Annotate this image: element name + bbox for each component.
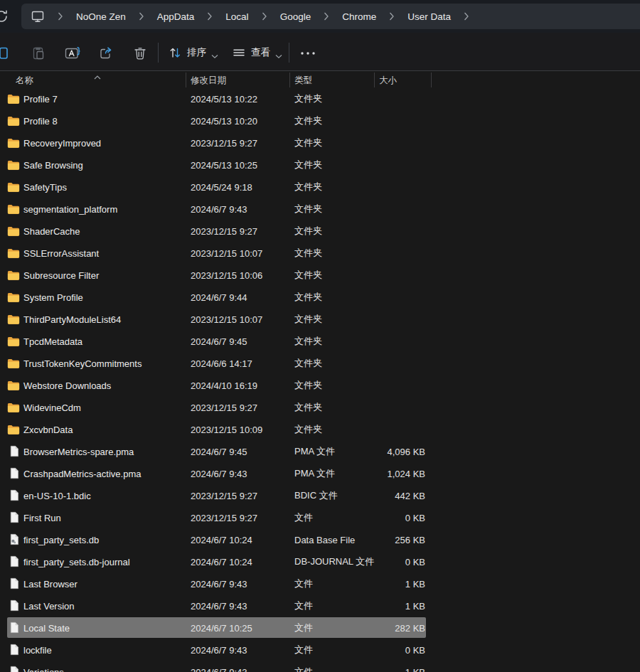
rename-button[interactable] — [64, 46, 81, 61]
breadcrumb-item[interactable]: AppData — [153, 9, 199, 25]
file-name: System Profile — [23, 292, 83, 302]
file-date-modified: 2024/5/24 9:18 — [191, 181, 252, 192]
folder-icon — [7, 159, 20, 171]
table-row[interactable]: RecoveryImproved 2023/12/15 9:27 文件夹 — [0, 132, 640, 154]
address-bar[interactable]: NoOne ZenAppDataLocalGoogleChromeUser Da… — [21, 4, 640, 29]
breadcrumb-item[interactable]: Local — [221, 9, 252, 25]
view-button[interactable]: 查看 — [232, 41, 282, 64]
file-size: 0 KB — [341, 556, 425, 567]
breadcrumb-item[interactable]: Google — [276, 9, 316, 25]
file-name: ZxcvbnData — [23, 424, 73, 434]
table-row[interactable]: Safe Browsing 2024/5/13 10:25 文件夹 — [0, 154, 640, 176]
table-row[interactable]: SafetyTips 2024/5/24 9:18 文件夹 — [0, 176, 640, 198]
delete-button[interactable] — [132, 46, 148, 61]
table-row[interactable]: WidevineCdm 2023/12/15 9:27 文件夹 — [0, 396, 640, 418]
file-name: TrustTokenKeyCommitments — [23, 358, 142, 368]
copy-icon — [0, 53, 9, 63]
breadcrumb-item[interactable]: User Data — [403, 9, 455, 25]
table-row[interactable]: Subresource Filter 2023/12/15 10:06 文件夹 — [0, 264, 640, 286]
file-type: 文件夹 — [294, 423, 322, 436]
table-row[interactable]: first_party_sets.db-journal 2024/6/7 10:… — [0, 550, 640, 572]
column-divider[interactable] — [289, 73, 290, 87]
folder-icon — [7, 313, 20, 326]
file-date-modified: 2024/6/7 10:24 — [191, 556, 252, 567]
paste-button[interactable] — [31, 46, 46, 61]
refresh-icon[interactable] — [0, 9, 9, 24]
table-row[interactable]: CrashpadMetrics-active.pma 2024/6/7 9:43… — [0, 462, 640, 484]
folder-icon — [7, 203, 20, 215]
table-row[interactable]: BrowserMetrics-spare.pma 2024/6/7 9:45 P… — [0, 440, 640, 462]
table-row[interactable]: lockfile 2024/6/7 9:43 文件 0 KB — [0, 639, 640, 661]
file-name: first_party_sets.db-journal — [23, 556, 130, 567]
file-date-modified: 2023/12/15 10:06 — [191, 270, 262, 280]
file-date-modified: 2023/12/15 10:07 — [191, 247, 262, 258]
column-header-name[interactable]: 名称 — [16, 75, 33, 87]
table-row[interactable]: Webstore Downloads 2024/4/10 16:19 文件夹 — [0, 374, 640, 396]
column-divider[interactable] — [374, 73, 375, 87]
breadcrumb-item[interactable]: Chrome — [338, 9, 380, 25]
file-date-modified: 2024/6/7 10:25 — [191, 622, 252, 633]
sort-ascending-icon — [93, 70, 102, 76]
file-icon — [7, 489, 20, 502]
file-date-modified: 2024/5/13 10:25 — [191, 159, 257, 170]
breadcrumb-item[interactable]: NoOne Zen — [72, 9, 130, 25]
sort-button[interactable]: 排序 — [168, 41, 218, 64]
file-name: ShaderCache — [23, 225, 80, 236]
table-row[interactable]: Variations 2024/6/7 9:43 文件 1 KB — [0, 661, 640, 672]
table-row[interactable]: TrustTokenKeyCommitments 2024/6/6 14:17 … — [0, 352, 640, 374]
column-header-size[interactable]: 大小 — [379, 75, 397, 87]
file-type: 文件 — [294, 577, 313, 590]
table-row[interactable]: TpcdMetadata 2024/6/7 9:45 文件夹 — [0, 330, 640, 352]
sort-icon — [168, 46, 182, 60]
file-type: 文件夹 — [294, 401, 322, 414]
file-size: 1 KB — [341, 600, 425, 611]
folder-icon — [7, 357, 20, 370]
file-type: 文件夹 — [294, 247, 322, 260]
file-type: PMA 文件 — [294, 445, 335, 458]
table-row[interactable]: Last Version 2024/6/7 9:43 文件 1 KB — [0, 594, 640, 617]
table-row[interactable]: First Run 2023/12/15 9:27 文件 0 KB — [0, 506, 640, 528]
file-list: 名称 修改日期 类型 大小 Profile 7 2024/5/13 10:22 … — [0, 71, 640, 672]
table-row[interactable]: ThirdPartyModuleList64 2023/12/15 10:07 … — [0, 308, 640, 330]
file-date-modified: 2024/6/7 9:43 — [191, 666, 247, 672]
file-name: Webstore Downloads — [23, 380, 111, 390]
file-name: Profile 7 — [23, 93, 58, 104]
file-date-modified: 2024/5/13 10:20 — [191, 115, 257, 126]
file-date-modified: 2023/12/15 9:27 — [191, 490, 257, 501]
more-options-button[interactable] — [299, 46, 317, 61]
file-size: 256 KB — [341, 534, 425, 545]
share-icon — [98, 53, 114, 63]
column-divider[interactable] — [431, 73, 432, 87]
table-row[interactable]: ZxcvbnData 2023/12/15 10:09 文件夹 — [0, 418, 640, 440]
file-name: en-US-10-1.bdic — [23, 490, 91, 501]
copy-button[interactable] — [0, 46, 9, 61]
table-row[interactable]: SSLErrorAssistant 2023/12/15 10:07 文件夹 — [0, 242, 640, 264]
file-name: Variations — [23, 666, 64, 672]
table-row[interactable]: Profile 8 2024/5/13 10:20 文件夹 — [0, 110, 640, 132]
table-row[interactable]: en-US-10-1.bdic 2023/12/15 9:27 BDIC 文件 … — [0, 484, 640, 506]
file-type: 文件夹 — [294, 203, 322, 215]
table-row[interactable]: segmentation_platform 2024/6/7 9:43 文件夹 — [0, 198, 640, 220]
table-row[interactable]: Profile 7 2024/5/13 10:22 文件夹 — [0, 87, 640, 110]
file-name: First Run — [23, 512, 61, 523]
file-icon — [7, 445, 20, 458]
column-divider[interactable] — [186, 73, 186, 87]
table-row[interactable]: System Profile 2024/6/7 9:44 文件夹 — [0, 286, 640, 308]
file-name: ThirdPartyModuleList64 — [23, 314, 121, 324]
file-name: CrashpadMetrics-active.pma — [23, 468, 141, 479]
file-size: 4,096 KB — [341, 446, 425, 457]
table-row[interactable]: Local State 2024/6/7 10:25 文件 282 KB — [0, 617, 640, 639]
table-row[interactable]: ShaderCache 2023/12/15 9:27 文件夹 — [0, 220, 640, 242]
column-header-date[interactable]: 修改日期 — [191, 75, 226, 87]
table-row[interactable]: first_party_sets.db 2024/6/7 10:24 Data … — [0, 528, 640, 550]
file-date-modified: 2024/6/7 9:43 — [191, 203, 247, 214]
file-name: RecoveryImproved — [23, 137, 101, 148]
file-name: lockfile — [23, 644, 52, 655]
file-icon — [7, 577, 20, 590]
file-size: 1 KB — [341, 578, 425, 589]
folder-icon — [7, 225, 20, 238]
table-row[interactable]: Last Browser 2024/6/7 9:43 文件 1 KB — [0, 572, 640, 594]
file-type: 文件夹 — [294, 335, 322, 348]
share-button[interactable] — [98, 46, 114, 61]
column-header-type[interactable]: 类型 — [294, 75, 312, 87]
